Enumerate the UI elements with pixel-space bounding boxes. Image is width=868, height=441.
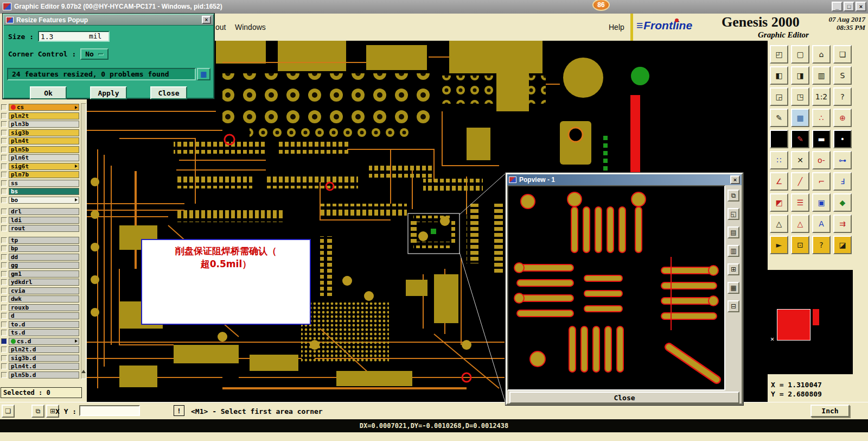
zoom-sel-icon[interactable]: ◳ <box>791 87 809 106</box>
size-input[interactable] <box>39 32 89 41</box>
pages-icon[interactable]: ❏ <box>2 405 15 418</box>
alert-button[interactable]: ! <box>174 405 184 416</box>
layer-checkbox[interactable] <box>1 355 7 361</box>
popview-capture-icon[interactable]: ⧉ <box>727 190 739 201</box>
layer-row-sig6t[interactable]: sig6t <box>1 162 79 171</box>
popview-frame-icon[interactable]: ▦ <box>727 282 739 294</box>
shapes-icon[interactable]: ◆ <box>833 193 852 212</box>
layer-checkbox[interactable] <box>1 279 7 285</box>
layer-row-cvia[interactable]: cvia <box>1 287 79 295</box>
sketch-pen-icon[interactable]: ✎ <box>770 109 788 127</box>
layer-checkbox[interactable] <box>1 197 7 203</box>
layer-checkbox[interactable] <box>1 147 7 153</box>
snap-points-icon[interactable]: ∴ <box>812 109 831 127</box>
layer-row-pln2t.d[interactable]: pln2t.d <box>1 345 79 354</box>
shift-right-icon[interactable]: ◨ <box>791 66 809 85</box>
layer-row-gm1[interactable]: gm1 <box>1 270 79 279</box>
delete-x-icon[interactable]: ✕ <box>791 151 809 169</box>
layer-checkbox[interactable] <box>1 254 7 260</box>
popview-layers-icon[interactable]: ▤ <box>727 226 739 238</box>
layer-row-d[interactable]: d <box>1 312 79 320</box>
arc-tool-icon[interactable]: ⌐ <box>812 172 831 191</box>
layer-row-dwk[interactable]: dwk <box>1 295 79 304</box>
layer-checkbox[interactable] <box>1 313 7 319</box>
triangle-red-icon[interactable]: △ <box>791 215 809 233</box>
layer-checkbox[interactable] <box>1 262 7 268</box>
popview-grid-icon[interactable]: ▥ <box>727 245 739 257</box>
select-pointer-icon[interactable]: ► <box>770 236 788 254</box>
layer-checkbox[interactable] <box>1 163 7 169</box>
layer-row-pln5b[interactable]: pln5b <box>1 146 79 154</box>
select-dark-icon[interactable]: ◪ <box>833 236 852 254</box>
layer-checkbox[interactable] <box>1 225 7 231</box>
overview-navigator[interactable] <box>768 270 853 374</box>
net-points-icon[interactable]: ∷ <box>770 151 788 169</box>
layer-checkbox[interactable] <box>1 338 7 344</box>
box-export-icon[interactable]: ▣ <box>812 193 831 212</box>
circle-minus-icon[interactable]: o- <box>812 151 831 169</box>
layer-row-tp[interactable]: tp <box>1 236 79 245</box>
layer-row-drl[interactable]: drl <box>1 207 79 216</box>
layer-checkbox[interactable] <box>1 130 7 136</box>
blank-layer-icon[interactable] <box>770 130 788 148</box>
windows-tile-icon[interactable]: ❏ <box>833 45 852 64</box>
view-corner-icon[interactable]: ◰ <box>770 45 788 64</box>
pad-frame-icon[interactable]: ◩ <box>770 193 788 212</box>
layer-checkbox[interactable] <box>1 237 7 243</box>
layer-row-ydkdrl[interactable]: ydkdrl <box>1 278 79 287</box>
dialog-close-button[interactable]: Close <box>150 86 187 99</box>
menu-item-out[interactable]: out <box>215 23 226 32</box>
flip-f-icon[interactable]: Ⅎ <box>833 172 852 191</box>
layer-checkbox[interactable] <box>1 322 7 327</box>
overlay-icon[interactable]: ⧉ <box>31 405 44 418</box>
layer-checkbox[interactable] <box>1 172 7 178</box>
select-query-icon[interactable]: ? <box>812 236 831 254</box>
layer-row-pln3b[interactable]: pln3b <box>1 120 79 129</box>
pad-link-icon[interactable]: ⊶ <box>833 151 852 169</box>
popview-up-icon[interactable]: ◱ <box>727 208 739 220</box>
layer-row-pln7b[interactable]: pln7b <box>1 171 79 179</box>
origin-icon[interactable]: ⊕ <box>833 109 852 127</box>
layer-checkbox[interactable] <box>1 138 7 144</box>
screen-icon[interactable]: ▢ <box>791 45 809 64</box>
viewport-rect[interactable] <box>777 309 810 341</box>
close-button[interactable]: × <box>856 2 866 11</box>
layer-row-ss[interactable]: ss <box>1 179 79 188</box>
layer-row-pln4t[interactable]: pln4t <box>1 137 79 146</box>
probe-dot-icon[interactable]: • <box>833 130 852 148</box>
layer-checkbox[interactable] <box>1 288 7 294</box>
layer-row-sig3b.d[interactable]: sig3b.d <box>1 354 79 363</box>
layer-checkbox[interactable] <box>1 217 7 223</box>
serpentine-icon[interactable]: S <box>833 66 852 85</box>
layer-checkbox[interactable] <box>1 296 7 302</box>
minimize-button[interactable]: _ <box>832 2 843 11</box>
layer-row-to.d[interactable]: to.d <box>1 320 79 329</box>
popview-title-bar[interactable]: Popview - 1 × <box>507 174 742 185</box>
layer-row-sig3b[interactable]: sig3b <box>1 129 79 137</box>
layer-checkbox[interactable] <box>1 330 7 336</box>
layer-checkbox[interactable] <box>1 209 7 215</box>
layer-row-cs.d[interactable]: cs.d <box>1 337 79 346</box>
text-a-icon[interactable]: A <box>812 215 831 233</box>
apply-button[interactable]: Apply <box>90 86 127 99</box>
layer-checkbox[interactable] <box>1 271 7 277</box>
layer-row-pln2t[interactable]: pln2t <box>1 112 79 121</box>
menu-item-windows[interactable]: Windows <box>235 23 266 32</box>
select-area-icon[interactable]: ⊡ <box>791 236 809 254</box>
dash-lines-icon[interactable]: ☰ <box>791 193 809 212</box>
layer-row-bp[interactable]: bp <box>1 244 79 253</box>
popview-canvas[interactable] <box>507 185 725 390</box>
popview-close-button[interactable]: Close <box>509 392 739 404</box>
xy-input[interactable] <box>79 405 140 416</box>
layer-row-ldi[interactable]: ldi <box>1 216 79 225</box>
layer-checkbox[interactable] <box>1 245 7 251</box>
triangle-white-icon[interactable]: △ <box>770 215 788 233</box>
report-button[interactable]: ▦ <box>197 68 210 80</box>
popview-zoom-in-icon[interactable]: ⊞ <box>727 263 739 275</box>
zoom-fit-icon[interactable]: ◲ <box>770 87 788 106</box>
layer-row-gg[interactable]: gg <box>1 261 79 270</box>
ruler-icon[interactable]: ▬ <box>812 130 831 148</box>
title-bar[interactable]: Graphic Editor 9.07b2 (00@HY-HYCAM-PC171… <box>0 0 868 14</box>
layer-row-dd[interactable]: dd <box>1 253 79 262</box>
popview-close-icon[interactable]: × <box>730 175 740 184</box>
